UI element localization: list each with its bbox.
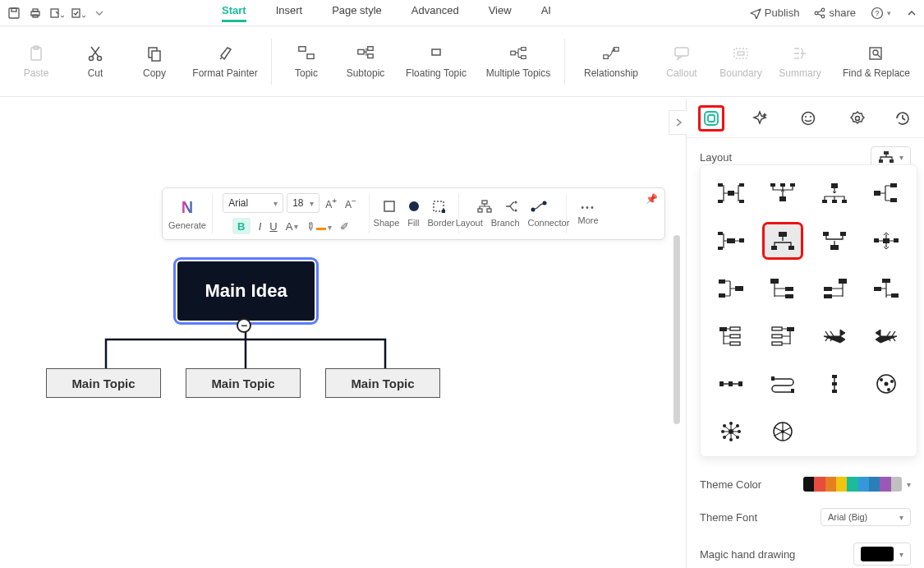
generate-button[interactable]: N Generate (163, 188, 212, 239)
layout-option-fishbone-left[interactable] (868, 320, 904, 353)
topic-node-2[interactable]: Main Topic (186, 368, 301, 398)
edit-dropdown-icon[interactable] (49, 6, 64, 21)
font-family-select[interactable]: Arial▾ (223, 193, 283, 213)
menu-advanced[interactable]: Advanced (411, 4, 459, 22)
layout-option-left-tree[interactable] (713, 272, 749, 305)
layout-option-org-up[interactable] (816, 224, 853, 257)
font-size-select[interactable]: 18▾ (287, 193, 319, 213)
increase-font-icon[interactable]: A+ (323, 196, 339, 210)
border-button[interactable] (432, 200, 445, 213)
save-icon[interactable] (7, 6, 21, 21)
bold-button[interactable]: B (232, 218, 251, 234)
layout-option-circle[interactable] (868, 367, 904, 400)
subtopic-button[interactable]: Subtopic (336, 44, 395, 79)
layout-option-tree-alternate[interactable] (868, 272, 904, 305)
multiple-topics-button[interactable]: Multiple Topics (477, 44, 559, 79)
more-qa-dropdown-icon[interactable] (92, 6, 107, 21)
cut-button[interactable]: Cut (66, 44, 125, 79)
side-tab-settings[interactable] (844, 105, 871, 132)
collapse-ribbon-icon[interactable] (906, 7, 917, 19)
side-tab-ai[interactable] (747, 105, 773, 132)
theme-font-select[interactable]: Arial (Big) ▾ (821, 508, 911, 526)
collapse-children-button[interactable]: − (237, 318, 251, 333)
menu-start[interactable]: Start (222, 4, 246, 22)
svg-point-115 (887, 388, 890, 391)
layout-option-tree-down-right[interactable] (816, 272, 853, 305)
menu-view[interactable]: View (489, 4, 512, 22)
relationship-button[interactable]: Relationship (570, 44, 652, 79)
boundary-button[interactable]: Boundary (711, 44, 770, 79)
svg-rect-78 (823, 232, 829, 236)
svg-rect-70 (727, 238, 735, 243)
svg-rect-100 (772, 327, 782, 330)
layout-option-timeline-v[interactable] (816, 367, 853, 400)
underline-button[interactable]: U (269, 220, 277, 233)
ribbon-separator (271, 39, 272, 85)
topic-button[interactable]: Topic (277, 44, 336, 79)
vertical-scrollbar[interactable] (673, 235, 680, 424)
more-button[interactable]: ••• More (567, 188, 609, 239)
italic-button[interactable]: I (259, 220, 262, 233)
layout-option-indent-left[interactable] (765, 320, 801, 353)
magic-hand-select[interactable]: ▾ (853, 543, 911, 566)
fill-button[interactable] (407, 200, 421, 213)
layout-option-timeline-s[interactable] (765, 367, 801, 400)
find-replace-button[interactable]: Find & Replace (835, 44, 917, 79)
help-dropdown[interactable]: ? ▾ (871, 7, 891, 20)
theme-color-swatches[interactable] (803, 477, 902, 492)
branch-button[interactable] (503, 200, 518, 213)
clear-format-button[interactable]: ✐ (340, 220, 349, 233)
print-icon[interactable] (28, 6, 43, 21)
layout-option-tree-down-left[interactable] (765, 272, 801, 305)
pin-icon[interactable]: 📌 (646, 193, 658, 205)
cut-icon (86, 44, 104, 62)
layout-option-org-chart[interactable] (765, 224, 801, 257)
layout-option-radial-star[interactable] (713, 415, 749, 448)
layout-option-right-tree[interactable] (868, 177, 904, 210)
callout-button[interactable]: Callout (652, 44, 711, 79)
share-button[interactable]: share (814, 7, 856, 19)
menu-ai[interactable]: AI (541, 4, 551, 22)
multiple-topics-label: Multiple Topics (486, 67, 550, 79)
layout-button[interactable] (477, 200, 492, 213)
decrease-font-icon[interactable]: A− (342, 196, 359, 210)
side-tab-icons[interactable] (795, 105, 821, 132)
side-tab-style[interactable] (698, 105, 724, 132)
layout-option-fishbone-right[interactable] (816, 320, 853, 353)
check-dropdown-icon[interactable] (71, 6, 85, 21)
chevron-down-icon[interactable]: ▾ (907, 480, 911, 489)
highlight-button[interactable]: ✎▾ (306, 219, 332, 233)
font-color-button[interactable]: A▾ (286, 220, 299, 233)
layout-option-radial-down[interactable] (816, 177, 853, 210)
layout-option-x-tree[interactable] (868, 224, 904, 257)
collapse-side-panel-button[interactable] (669, 110, 687, 135)
paste-button[interactable]: Paste (7, 44, 66, 79)
connector-button[interactable] (530, 200, 548, 213)
menu-insert[interactable]: Insert (276, 4, 303, 22)
svg-point-48 (805, 116, 807, 118)
topic-node-3[interactable]: Main Topic (325, 368, 440, 398)
menu-page-style[interactable]: Page style (332, 4, 382, 22)
side-tab-history[interactable] (893, 105, 913, 132)
layout-option-radial-right[interactable] (713, 177, 749, 210)
svg-rect-80 (883, 238, 890, 243)
layout-option-both-side[interactable] (713, 224, 749, 257)
main-idea-node[interactable]: Main Idea (177, 261, 315, 321)
layout-option-indent-right[interactable] (713, 320, 749, 353)
publish-button[interactable]: Publish (750, 7, 800, 19)
format-painter-label: Format Painter (192, 67, 257, 79)
layout-option-wheel[interactable] (765, 415, 801, 448)
svg-rect-91 (824, 294, 832, 298)
copy-button[interactable]: Copy (125, 44, 184, 79)
layout-option-radial-up[interactable] (765, 177, 801, 210)
layout-option-timeline-h[interactable] (713, 367, 749, 400)
floating-topic-button[interactable]: Floating Topic (395, 44, 477, 79)
format-painter-button[interactable]: Format Painter (184, 44, 266, 79)
svg-rect-110 (832, 390, 837, 393)
topic-node-1[interactable]: Main Topic (46, 368, 161, 398)
svg-rect-81 (874, 238, 879, 242)
shape-button[interactable] (383, 200, 396, 213)
summary-button[interactable]: Summary (770, 44, 830, 79)
svg-rect-19 (307, 53, 314, 58)
svg-rect-3 (33, 9, 38, 12)
